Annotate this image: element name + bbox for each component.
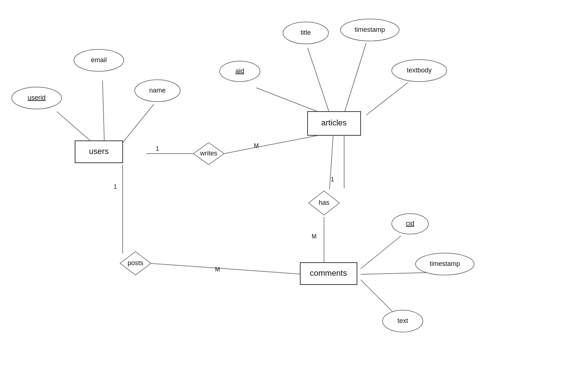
- attr-email-label: email: [91, 56, 107, 64]
- entity-articles-label: articles: [321, 118, 347, 127]
- attr-timestamp-articles-label: timestamp: [354, 26, 385, 33]
- line-articles-aid: [256, 88, 322, 113]
- line-articles-timestamp: [344, 43, 366, 113]
- attr-cid-label: cid: [406, 220, 414, 227]
- card-posts-1: 1: [114, 184, 117, 190]
- rel-posts-label: posts: [127, 259, 143, 267]
- attr-textbody-label: textbody: [407, 67, 432, 74]
- line-users-name: [123, 104, 154, 143]
- rel-writes-label: writes: [200, 150, 217, 157]
- attr-userid-label: userid: [27, 94, 45, 101]
- attr-aid-label: aid: [235, 67, 244, 75]
- line-comments-text: [361, 280, 394, 313]
- er-diagram: 1 M 1 M 1 M users articles comments writ…: [0, 0, 588, 365]
- line-comments-cid: [361, 236, 401, 269]
- attr-title-label: title: [301, 29, 311, 36]
- attr-name-label: name: [149, 87, 165, 94]
- card-has-1: 1: [331, 176, 334, 182]
- card-has-m: M: [312, 233, 316, 240]
- line-users-email: [103, 80, 104, 143]
- rel-has-label: has: [319, 199, 329, 206]
- entity-users-label: users: [89, 147, 109, 156]
- entity-comments-label: comments: [310, 268, 347, 278]
- line-writes-articles: [224, 135, 319, 154]
- attr-timestamp-comments-label: timestamp: [429, 260, 460, 267]
- line-articles-textbody: [366, 82, 408, 115]
- line-posts-comments: [149, 263, 304, 274]
- card-posts-m: M: [215, 266, 220, 272]
- line-articles-title: [308, 48, 330, 113]
- line-comments-timestamp: [361, 272, 432, 274]
- card-writes-1: 1: [156, 146, 159, 152]
- card-writes-m: M: [254, 143, 258, 149]
- attr-text-label: text: [397, 317, 408, 324]
